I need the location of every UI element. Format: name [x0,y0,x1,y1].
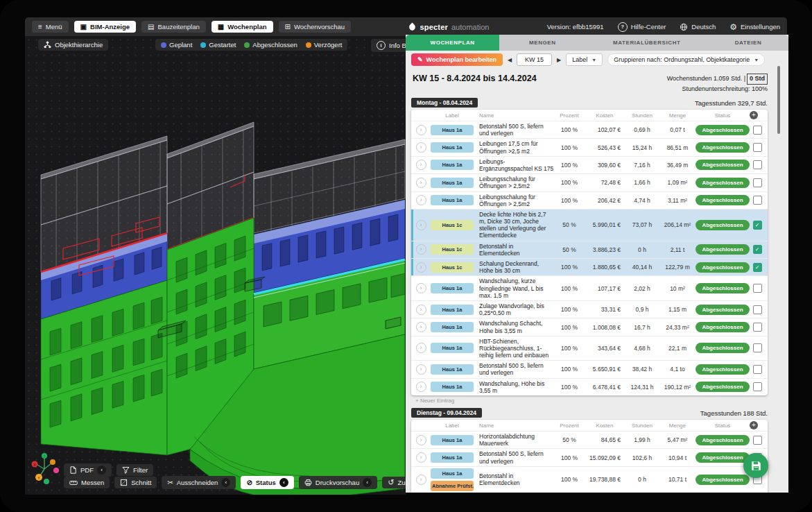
next-week-button[interactable]: ▶ [557,57,561,63]
panel-scrollbar[interactable] [777,66,780,134]
status-badge[interactable]: Abgeschlossen [696,452,749,463]
status-badge[interactable]: Abgeschlossen [696,244,749,255]
status-badge[interactable]: Abgeschlossen [696,283,749,293]
add-row-button[interactable]: + [750,421,758,429]
table-row[interactable]: ›Haus 1cDecke lichte Höhe bis 2,7 m, Dic… [411,210,768,241]
collapse-toggle-icon[interactable]: ‹ [221,478,230,487]
zurücksetzen-button[interactable]: ↺Zurücksetzen [382,477,406,488]
messen-button[interactable]: Messen [64,477,110,488]
schnitt-button[interactable]: Schnitt [114,477,157,488]
table-row[interactable]: ›Haus 1aBetonstahl 500 S, liefern und ve… [411,121,768,139]
expand-row-icon[interactable]: › [416,160,426,170]
add-row-button[interactable]: + [750,111,758,119]
table-row[interactable]: ›Haus 1aLeibungen 17,5 cm für Öffnungen … [411,139,768,156]
table-row[interactable]: ›Haus 1aBetonstahl 500 S, liefern und ve… [411,449,768,466]
expand-row-icon[interactable]: › [416,305,426,315]
status-badge[interactable]: Abgeschlossen [696,435,749,445]
row-checkbox[interactable] [753,382,762,391]
expand-row-icon[interactable]: › [416,195,426,205]
row-checkbox[interactable] [753,126,762,135]
table-row[interactable]: ›Haus 1aHBT-Schienen, Rückbiegeanschluss… [411,336,768,361]
group-by-dropdown[interactable]: Gruppieren nach: Ordnungszahl, Objektkat… [607,53,765,66]
label-filter-dropdown[interactable]: Label ▼ [566,53,603,66]
status-badge[interactable]: Abgeschlossen [696,142,749,153]
row-checkbox[interactable] [753,305,762,314]
week-selector[interactable]: KW 15 [517,53,552,66]
expand-row-icon[interactable]: › [416,364,426,375]
table-row[interactable]: ›Haus 1aWandschalung, Höhe bis 3,55 m100… [411,379,768,395]
table-row[interactable]: ›Haus 1aWandschalung Schacht, Höhe bis 3… [411,318,768,336]
status-badge[interactable]: Abgeschlossen [696,262,749,273]
collapse-toggle-icon[interactable]: ‹ [279,478,288,487]
table-row[interactable]: ›Haus 1cBetonstahl in Elementdecken50 %3… [411,241,768,259]
settings-button[interactable]: ⚙ Einstellungen [729,22,780,32]
collapse-toggle-icon[interactable]: ‹ [97,466,106,475]
table-row[interactable]: ›Haus 1aLeibungsschalung für Öffnungen >… [411,174,768,191]
nav-bauzeitenplan[interactable]: ▤Bauzeitenplan [141,21,206,33]
expand-row-icon[interactable]: › [416,343,426,353]
expand-row-icon[interactable]: › [416,452,426,463]
axes-gizmo[interactable]: Z X Y [31,451,61,486]
tab-wochenplan[interactable]: WOCHENPLAN [406,35,499,51]
expand-row-icon[interactable]: › [416,382,426,392]
nav-wochenplan[interactable]: ▦Wochenplan [211,21,273,33]
expand-row-icon[interactable]: › [416,283,426,293]
status-badge[interactable]: Abgeschlossen [696,305,749,315]
help-center-button[interactable]: ? Hilfe-Center [618,22,666,32]
expand-row-icon[interactable]: › [416,178,426,188]
expand-row-icon[interactable]: › [416,142,426,153]
status-badge[interactable]: Abgeschlossen [696,195,749,205]
status-badge[interactable]: Abgeschlossen [696,364,749,375]
tab-materialübersicht[interactable]: MATERIALÜBERSICHT [585,35,708,51]
save-button[interactable] [743,453,768,478]
status-badge[interactable]: Abgeschlossen [696,343,749,353]
filter-button[interactable]: Filter [116,464,153,476]
tab-dateien[interactable]: DATEIEN [708,35,788,51]
row-checkbox[interactable] [753,436,762,445]
status-badge[interactable]: Abgeschlossen [696,160,749,170]
table-row[interactable]: ›Haus 1aLeibungsschalung für Öffnungen >… [411,192,768,210]
row-checkbox[interactable] [753,365,762,374]
table-row[interactable]: ›Haus 1aZulage Wandvorlage, bis 0,25*0,5… [411,301,768,318]
new-entry-link[interactable]: + Neuer Eintrag [415,398,768,404]
table-row[interactable]: ›Haus 1aHorizontalabdichtung Mauerwerk50… [411,432,768,449]
info-box-button[interactable]: i Info Box [371,39,406,52]
row-checkbox[interactable] [753,284,762,293]
table-row[interactable]: ›Haus 1aAbnahme Prüfst..Betonstahl in El… [411,467,768,493]
expand-row-icon[interactable]: › [416,125,426,135]
nav-wochenvorschau[interactable]: ⊞Wochenvorschau [279,21,352,33]
table-row[interactable]: ›Haus 1cSchalung Deckenrand, Höhe bis 30… [411,259,768,276]
status-badge[interactable]: Abgeschlossen [696,178,749,188]
edit-wochenplan-button[interactable]: ✎ Wochenplan bearbeiten [411,53,503,66]
prev-week-button[interactable]: ◀ [508,57,512,63]
row-checkbox[interactable] [753,178,762,187]
status-badge[interactable]: Abgeschlossen [696,322,749,332]
pdf-button[interactable]: PDF‹ [64,463,112,477]
expand-row-icon[interactable]: › [416,435,426,445]
table-row[interactable]: ›Haus 1aBetonstahl 500 S, liefern und ve… [411,361,768,378]
expand-row-icon[interactable]: › [416,244,426,255]
row-checkbox[interactable]: ✓ [753,263,762,272]
tab-mengen[interactable]: MENGEN [499,35,585,51]
status-badge[interactable]: Abgeschlossen [696,125,749,135]
row-checkbox[interactable] [753,143,762,152]
ausschneiden-button[interactable]: ✂Ausschneiden‹ [162,476,236,489]
expand-row-icon[interactable]: › [416,322,426,332]
row-checkbox[interactable]: ✓ [753,245,762,254]
expand-row-icon[interactable]: › [416,220,426,230]
collapse-toggle-icon[interactable]: ‹ [363,478,372,487]
nav-bim-anzeige[interactable]: ▣BIM-Anzeige [74,21,136,33]
row-checkbox[interactable] [753,323,762,332]
language-button[interactable]: Deutsch [680,23,716,31]
menu-button[interactable]: ≡ Menü [32,21,69,33]
bim-viewport[interactable]: Objekthierarchie GeplantGestartetAbgesch… [25,36,406,495]
status-button[interactable]: ⊘Status‹ [241,476,293,489]
status-badge[interactable]: Abgeschlossen [696,382,749,392]
expand-row-icon[interactable]: › [416,262,426,273]
table-row[interactable]: ›Haus 1aLeibungs-Ergänzungsspachtel KS 1… [411,157,768,174]
row-checkbox[interactable]: ✓ [753,221,762,230]
expand-row-icon[interactable]: › [416,475,426,485]
row-checkbox[interactable] [753,160,762,169]
druckvorschau-button[interactable]: Druckvorschau‹ [299,476,377,489]
object-hierarchy-button[interactable]: Objekthierarchie [38,39,108,51]
